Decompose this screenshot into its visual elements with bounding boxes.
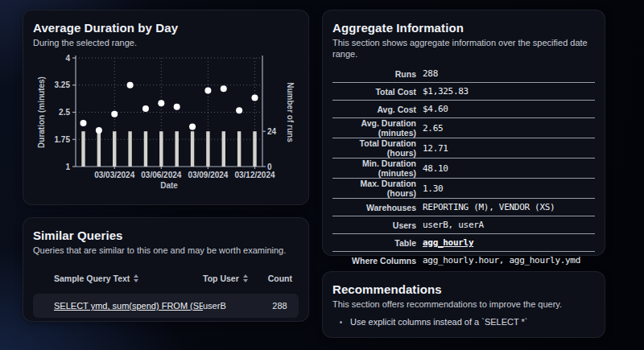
table-link[interactable]: agg_hourly [423, 237, 473, 248]
aggregate-row: WarehousesREPORTING (M), VENDOR (XS) [332, 199, 595, 216]
query-link[interactable]: SELECT ymd, sum(spend) FROM (SELEC… [54, 301, 203, 311]
aggregate-table: Runs288Total Cost$1,325.83Avg. Cost$4.60… [332, 65, 595, 269]
svg-text:Duration (minutes): Duration (minutes) [37, 76, 46, 148]
recommendations-panel: Recommendations This section offers reco… [322, 271, 605, 338]
aggregate-row-value: 12.71 [423, 143, 595, 154]
panel-subtitle: Queries that are similar to this one and… [33, 245, 299, 256]
column-header-label: Sample Query Text [54, 274, 130, 283]
aggregate-row-label: Runs [332, 69, 416, 79]
column-header-sample-query-text[interactable]: Sample Query Text [54, 274, 203, 283]
panel-subtitle: This section offers recommendations to i… [332, 299, 595, 310]
svg-text:24: 24 [267, 127, 277, 136]
top-user-cell: userB [203, 301, 267, 311]
recommendations-list: Use explicit columns instead of a `SELEC… [332, 316, 595, 328]
svg-text:Number of runs: Number of runs [286, 82, 295, 142]
column-header-label: Top User [203, 274, 239, 283]
aggregate-row: Avg. Cost$4.60 [332, 101, 595, 118]
svg-text:3.25: 3.25 [55, 80, 71, 89]
aggregate-row-value: agg_hourly [423, 237, 595, 248]
aggregate-row-label: Max. Duration (hours) [332, 179, 416, 198]
aggregate-row: Where Columnsagg_hourly.hour, agg_hourly… [332, 252, 595, 269]
aggregate-row-value: $1,325.83 [423, 86, 595, 97]
aggregate-row: Runs288 [332, 65, 595, 83]
svg-text:0: 0 [267, 163, 272, 171]
column-header-top-user[interactable]: Top User [203, 274, 267, 283]
svg-text:Date: Date [160, 181, 178, 190]
avg-duration-chart: 11.752.53.25402403/03/202403/06/202403/0… [33, 53, 300, 191]
aggregate-information-panel: Aggregate Information This section shows… [322, 10, 605, 256]
svg-text:03/12/2024: 03/12/2024 [234, 171, 275, 179]
aggregate-row-label: Avg. Cost [332, 105, 416, 114]
svg-text:03/06/2024: 03/06/2024 [141, 171, 181, 179]
aggregate-row-value: userB, userA [423, 220, 595, 230]
sort-icon[interactable] [134, 274, 138, 282]
aggregate-row-value: agg_hourly.hour, agg_hourly.ymd [423, 255, 595, 266]
aggregate-row-label: Total Cost [332, 87, 416, 97]
similar-queries-panel: Similar Queries Queries that are similar… [23, 217, 309, 322]
aggregate-row-label: Total Duration (hours) [332, 138, 416, 158]
aggregate-row-label: Warehouses [332, 203, 416, 212]
panel-title: Similar Queries [33, 228, 299, 243]
svg-text:1.75: 1.75 [55, 135, 71, 144]
aggregate-row: Total Cost$1,325.83 [332, 83, 595, 101]
aggregate-row-label: Min. Duration (minutes) [332, 159, 416, 178]
similar-query-row[interactable]: SELECT ymd, sum(spend) FROM (SELEC…userB… [33, 294, 299, 318]
avg-duration-panel: Average Duration by Day During the selec… [23, 10, 309, 205]
svg-text:2.5: 2.5 [59, 108, 70, 117]
aggregate-row-value: 288 [423, 68, 595, 79]
aggregate-row-value: 48.10 [423, 163, 595, 174]
aggregate-row: Min. Duration (minutes)48.10 [332, 159, 595, 179]
aggregate-row-value: REPORTING (M), VENDOR (XS) [423, 202, 595, 212]
aggregate-row-value: $4.60 [423, 104, 595, 114]
aggregate-row-label: Users [332, 220, 416, 230]
aggregate-row-label: Table [332, 238, 416, 248]
svg-text:1: 1 [65, 163, 70, 171]
svg-text:4: 4 [65, 54, 70, 63]
similar-queries-rows: SELECT ymd, sum(spend) FROM (SELEC…userB… [33, 294, 299, 318]
sort-icon[interactable] [243, 274, 248, 282]
svg-text:03/09/2024: 03/09/2024 [188, 171, 228, 179]
similar-queries-header: Sample Query Text Top User Count [33, 274, 299, 283]
panel-title: Aggregate Information [332, 20, 595, 35]
aggregate-row: Avg. Duration (minutes)2.65 [332, 118, 595, 138]
aggregate-row-label: Where Columns [332, 256, 416, 266]
aggregate-row: Total Duration (hours)12.71 [332, 138, 595, 159]
column-header-label: Count [268, 274, 292, 283]
panel-title: Recommendations [332, 282, 595, 297]
column-header-count: Count [267, 274, 292, 283]
aggregate-row-value: 1.30 [423, 183, 595, 194]
svg-text:03/03/2024: 03/03/2024 [94, 171, 134, 179]
panel-title: Average Duration by Day [33, 20, 299, 35]
dashboard-page: Average Duration by Day During the selec… [0, 0, 644, 350]
aggregate-row: Tableagg_hourly [332, 234, 595, 252]
aggregate-row: Max. Duration (hours)1.30 [332, 179, 595, 199]
count-cell: 288 [267, 301, 292, 311]
aggregate-row-label: Avg. Duration (minutes) [332, 118, 416, 138]
panel-subtitle: During the selected range. [33, 37, 299, 48]
panel-subtitle: This section shows aggregate information… [332, 37, 595, 60]
recommendation-item: Use explicit columns instead of a `SELEC… [350, 316, 595, 328]
aggregate-row: UsersuserB, userA [332, 216, 595, 234]
aggregate-row-value: 2.65 [423, 123, 595, 134]
